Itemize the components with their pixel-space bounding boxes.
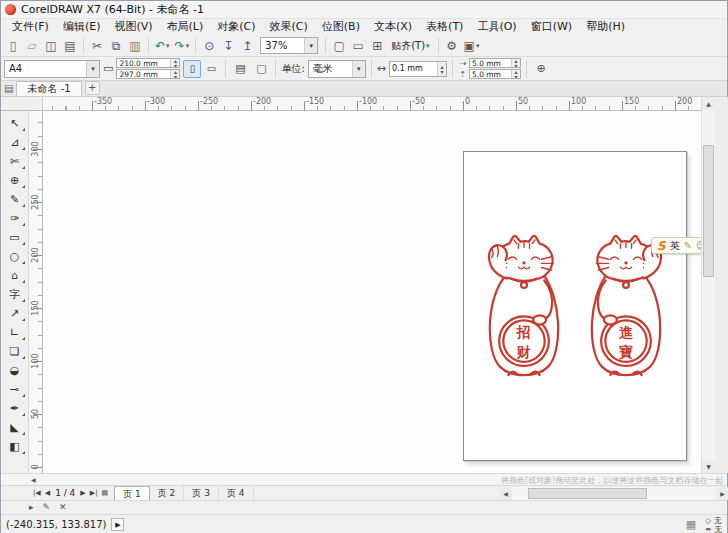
menu-item[interactable]: 编辑(E) <box>56 19 108 35</box>
ime-toolbar[interactable]: S 英 ✎ ☺ <box>651 237 701 254</box>
spinner-buttons[interactable]: ▴▾ <box>437 62 446 76</box>
menu-item[interactable]: 帮助(H) <box>579 19 632 35</box>
flyout-arrow-icon[interactable]: ▸ <box>29 503 34 512</box>
scroll-down-button[interactable]: ▼ <box>702 460 715 473</box>
crop-tool[interactable]: ✄ <box>3 152 26 171</box>
outline-pen-tool[interactable]: ✒ <box>3 399 26 418</box>
landscape-button[interactable]: ▭ <box>202 60 220 78</box>
menu-item[interactable]: 窗口(W) <box>524 19 579 35</box>
duplicate-distance-x-input[interactable]: 5.0 mm ▴▾ <box>469 58 521 68</box>
artistic-media-tool[interactable]: ✑ <box>3 209 26 228</box>
color-eyedropper-tool[interactable]: ⊸ <box>3 380 26 399</box>
chevron-down-icon[interactable]: ▾ <box>186 42 190 50</box>
menu-item[interactable]: 表格(T) <box>419 19 470 35</box>
new-document-tab-button[interactable]: + <box>85 81 100 95</box>
lucky-cat-left[interactable]: 招 财 <box>478 234 570 382</box>
paste-button[interactable]: ▥ <box>126 37 144 55</box>
show-grid-button[interactable]: ⊞ <box>368 37 386 55</box>
spin-down-icon[interactable]: ▾ <box>438 69 446 74</box>
menu-item[interactable]: 对象(C) <box>210 19 262 35</box>
page-height-input[interactable]: 297.0 mm ▴▾ <box>116 69 180 79</box>
page-tab[interactable]: 页 3 <box>184 486 219 500</box>
drop-shadow-tool[interactable]: ❏ <box>3 342 26 361</box>
redo-button[interactable]: ↷▾ <box>173 37 192 55</box>
horizontal-scrollbar-thumb[interactable] <box>528 488 646 499</box>
spinner-buttons[interactable]: ▴▾ <box>170 70 179 78</box>
vertical-ruler[interactable]: 300250200150100500 <box>29 111 43 473</box>
page-width-input[interactable]: 210.0 mm ▴▾ <box>116 58 180 68</box>
lucky-cat-right[interactable]: 進 寶 <box>580 234 672 382</box>
spinner-buttons[interactable]: ▴▾ <box>511 70 520 78</box>
ime-pen-icon[interactable]: ✎ <box>684 241 692 251</box>
horizontal-scrollbar-track[interactable] <box>512 487 716 500</box>
pick-tool[interactable]: ↖ <box>3 114 26 133</box>
text-tool[interactable]: 字 <box>3 285 26 304</box>
menu-item[interactable]: 文本(X) <box>367 19 419 35</box>
shape-tool[interactable]: ⊿ <box>3 133 26 152</box>
spinner-buttons[interactable]: ▴▾ <box>170 59 179 67</box>
drawing-canvas[interactable]: 招 财 <box>43 111 701 473</box>
snap-to-dropdown[interactable]: 贴齐(T)▾ <box>387 37 433 55</box>
zoom-tool[interactable]: ⊕ <box>3 171 26 190</box>
scroll-up-button[interactable]: ▲ <box>702 97 715 110</box>
all-pages-button[interactable]: ▤ <box>231 60 249 78</box>
spin-down-icon[interactable]: ▾ <box>171 63 179 67</box>
document-palette[interactable]: ◀ 将颜色(或对象)拖动至此处，以便将这些颜色与文档存储在一起 <box>1 473 727 485</box>
open-document-button[interactable]: ▱ <box>23 37 41 55</box>
vertical-scrollbar-thumb[interactable] <box>703 145 714 277</box>
chevron-down-icon[interactable]: ▾ <box>304 38 317 53</box>
chevron-down-icon[interactable]: ▾ <box>166 42 170 50</box>
vertical-scrollbar[interactable]: ▲ ▼ <box>701 97 715 473</box>
export-button[interactable]: ↥ <box>238 37 256 55</box>
fill-tool[interactable]: ◣ <box>3 418 26 437</box>
last-page-button[interactable]: ▶| <box>88 489 100 497</box>
search-content-button[interactable]: ⊙ <box>200 37 218 55</box>
menu-item[interactable]: 视图(V) <box>107 19 159 35</box>
palette-grid-icon[interactable]: ▦ <box>686 518 696 531</box>
ruler-origin-corner[interactable] <box>1 97 43 111</box>
parallel-dimension-tool[interactable]: ↗ <box>3 304 26 323</box>
page-tab[interactable]: 页 1 <box>114 486 150 500</box>
current-page-button[interactable]: ▢ <box>252 60 270 78</box>
spin-down-icon[interactable]: ▾ <box>512 74 520 78</box>
chevron-down-icon[interactable]: ▾ <box>86 61 99 77</box>
add-page-button[interactable]: ▤ <box>100 489 111 497</box>
fullscreen-preview-button[interactable]: ▢ <box>330 37 348 55</box>
horizontal-ruler[interactable]: -350-300-250-200-150-100-50050100150200 <box>43 97 701 111</box>
import-button[interactable]: ↧ <box>219 37 237 55</box>
next-page-button[interactable]: ▶ <box>78 489 87 497</box>
horizontal-scrollbar[interactable]: ◀ ▶ <box>499 487 728 500</box>
connector-tool[interactable]: ∟ <box>3 323 26 342</box>
delete-icon[interactable]: ✕ <box>59 503 67 512</box>
options-plus-button[interactable]: ⊕ <box>532 60 550 78</box>
portrait-button[interactable]: ▯ <box>183 60 201 78</box>
scroll-left-button[interactable]: ◀ <box>499 487 512 500</box>
page-tab[interactable]: 页 2 <box>150 486 185 500</box>
spinner-buttons[interactable]: ▴▾ <box>511 59 520 67</box>
new-document-button[interactable]: ▯ <box>4 37 22 55</box>
page-size-preset-combo[interactable]: A4 ▾ <box>4 60 100 78</box>
menu-item[interactable]: 效果(C) <box>263 19 315 35</box>
copy-button[interactable]: ⧉ <box>107 37 125 55</box>
menu-item[interactable]: 位图(B) <box>315 19 367 35</box>
spin-down-icon[interactable]: ▾ <box>171 74 179 78</box>
chevron-down-icon[interactable]: ▾ <box>476 42 480 50</box>
page-tab[interactable]: 页 4 <box>219 486 254 500</box>
nudge-offset-input[interactable]: 0.1 mm ▴▾ <box>389 61 447 77</box>
spin-down-icon[interactable]: ▾ <box>512 63 520 67</box>
show-rulers-button[interactable]: ▭ <box>349 37 367 55</box>
units-combo[interactable]: 毫米 ▾ <box>308 60 366 78</box>
previous-page-button[interactable]: ◀ <box>43 489 52 497</box>
artwork-group[interactable]: 招 财 <box>476 234 674 382</box>
menu-item[interactable]: 布局(L) <box>160 19 211 35</box>
menu-item[interactable]: 文件(F) <box>5 19 56 35</box>
duplicate-distance-y-input[interactable]: 5.0 mm ▴▾ <box>469 69 521 79</box>
freehand-tool[interactable]: ✎ <box>3 190 26 209</box>
polygon-tool[interactable]: ⌂ <box>3 266 26 285</box>
save-document-button[interactable]: ◫ <box>42 37 60 55</box>
status-expand-button[interactable]: ▶ <box>111 518 124 531</box>
zoom-level-combo[interactable]: 37%▾ <box>260 37 318 54</box>
cut-button[interactable]: ✂ <box>88 37 106 55</box>
chevron-down-icon[interactable]: ▾ <box>352 61 365 77</box>
ellipse-tool[interactable]: ○ <box>3 247 26 266</box>
